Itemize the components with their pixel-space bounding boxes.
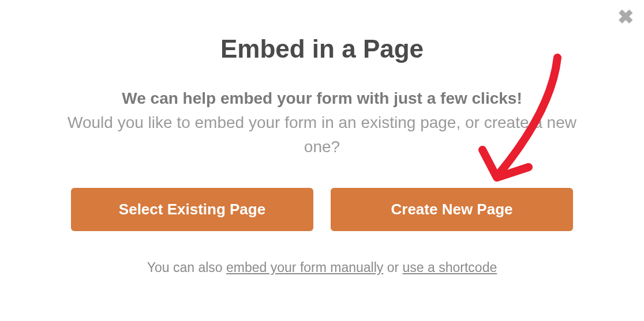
embed-modal: ✖ Embed in a Page We can help embed your… xyxy=(0,0,644,321)
footer-text: You can also embed your form manually or… xyxy=(58,260,586,275)
subtitle-bold-text: We can help embed your form with just a … xyxy=(58,86,586,111)
modal-title: Embed in a Page xyxy=(58,35,586,63)
footer-prefix: You can also xyxy=(147,260,226,275)
footer-middle: or xyxy=(383,260,402,275)
button-row: Select Existing Page Create New Page xyxy=(58,188,586,231)
modal-subtitle: We can help embed your form with just a … xyxy=(58,86,586,159)
create-new-page-button[interactable]: Create New Page xyxy=(331,188,573,231)
subtitle-light-text: Would you like to embed your form in an … xyxy=(58,111,586,159)
select-existing-page-button[interactable]: Select Existing Page xyxy=(71,188,313,231)
use-shortcode-link[interactable]: use a shortcode xyxy=(403,260,497,275)
embed-manually-link[interactable]: embed your form manually xyxy=(226,260,383,275)
close-icon[interactable]: ✖ xyxy=(617,7,634,27)
